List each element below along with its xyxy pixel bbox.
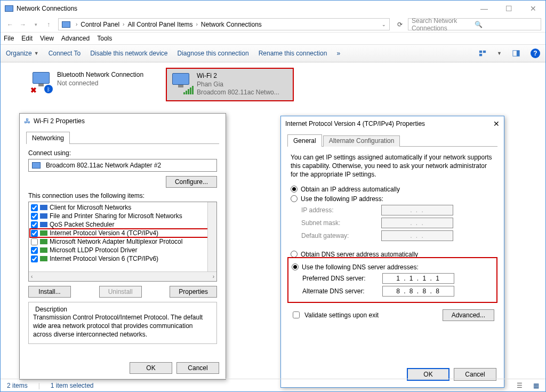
diagnose-button[interactable]: Diagnose this connection [178,50,249,57]
item-checkbox[interactable] [31,255,38,262]
gateway-label: Default gateway: [301,232,381,239]
search-input[interactable]: Search Network Connections 🔍 [408,18,541,30]
tab-alternate-config[interactable]: Alternate Configuration [323,135,400,147]
item-checkbox[interactable] [31,213,38,220]
protocol-item[interactable]: Microsoft Network Adapter Multiplexor Pr… [30,237,215,246]
item-checkbox[interactable] [31,204,38,211]
protocol-icon [40,230,47,236]
disable-device-button[interactable]: Disable this network device [90,50,167,57]
svg-rect-0 [479,51,482,53]
connection-bluetooth[interactable]: ✖ ᛒ Bluetooth Network Connection Not con… [27,68,155,101]
content-area: ✖ ᛒ Bluetooth Network Connection Not con… [1,62,545,379]
breadcrumb-dropdown[interactable]: ⌄ [382,22,386,27]
radio-dns-manual[interactable]: Use the following DNS server addresses: [292,263,493,271]
address-bar: ← → ▾ ↑ › Control Panel › All Control Pa… [1,17,545,33]
search-placeholder: Search Network Connections [412,17,475,32]
details-view-icon[interactable]: ☰ [517,382,523,389]
breadcrumb-item[interactable]: Network Connections [201,21,262,28]
subnet-label: Subnet mask: [301,219,381,227]
radio-label: Use the following IP address: [301,195,383,203]
chevron-down-icon[interactable]: ▼ [497,51,502,56]
protocol-item[interactable]: File and Printer Sharing for Microsoft N… [30,212,215,220]
alternate-dns-input[interactable]: 8 . 8 . 8 . 8 [382,286,454,297]
radio-ip-auto[interactable]: Obtain an IP address automatically [291,186,494,193]
item-label: File and Printer Sharing for Microsoft N… [50,212,182,220]
radio-icon [292,263,299,270]
configure-button[interactable]: Configure... [166,176,217,188]
protocol-items-list[interactable]: Client for Microsoft NetworksFile and Pr… [28,202,217,282]
preview-pane-icon[interactable] [511,49,521,58]
protocol-item[interactable]: Internet Protocol Version 4 (TCP/IPv4) [30,229,215,237]
minimize-button[interactable]: — [472,1,496,17]
item-label: Microsoft Network Adapter Multiplexor Pr… [50,238,182,245]
scrollbar-horizontal[interactable]: ‹› [29,271,216,281]
wifi-properties-dialog: 🖧 Wi-Fi 2 Properties Networking Connect … [19,113,226,380]
protocol-item[interactable]: Client for Microsoft Networks [30,203,215,212]
item-checkbox[interactable] [31,247,38,254]
ok-button[interactable]: OK [130,362,172,374]
status-item-count: 2 items [7,382,28,389]
network-service-icon [40,222,47,227]
protocol-item[interactable]: Microsoft LLDP Protocol Driver [30,246,215,254]
protocol-item[interactable]: QoS Packet Scheduler [30,220,215,229]
tab-general[interactable]: General [287,134,322,147]
item-label: Client for Microsoft Networks [50,204,131,211]
maximize-button[interactable]: ☐ [496,1,521,17]
disconnected-icon: ✖ [30,86,38,93]
uninstall-button[interactable]: Uninstall [99,286,142,298]
breadcrumb-item[interactable]: Control Panel [81,21,119,28]
protocol-icon [40,247,47,253]
tab-networking[interactable]: Networking [26,132,70,144]
menu-edit[interactable]: Edit [21,35,33,42]
menu-advanced[interactable]: Advanced [61,35,90,42]
cancel-button[interactable]: Cancel [176,362,219,374]
description-legend: Description [33,306,69,313]
radio-ip-manual[interactable]: Use the following IP address: [291,195,494,203]
item-checkbox[interactable] [31,221,38,228]
advanced-button[interactable]: Advanced... [443,309,494,321]
validate-checkbox[interactable]: Validate settings upon exit [291,310,379,320]
bluetooth-adapter-icon: ✖ ᛒ [30,71,53,93]
scrollbar-vertical[interactable] [207,202,216,271]
description-text: Transmission Control Protocol/Internet P… [33,313,212,339]
connection-adapter: Broadcom 802.11ac Netwo... [197,89,279,97]
back-button[interactable]: ← [5,19,15,30]
toolbar-overflow[interactable]: » [336,50,340,57]
up-button[interactable]: ↑ [43,19,54,30]
close-icon[interactable]: ✕ [493,119,500,128]
connection-wifi2[interactable]: Wi-Fi 2 Phan Gia Broadcom 802.11ac Netwo… [166,68,294,101]
help-icon[interactable]: ? [531,49,540,58]
recent-dropdown[interactable]: ▾ [30,19,41,30]
radio-icon [291,195,298,202]
close-button[interactable]: ✕ [521,1,545,17]
breadcrumb[interactable]: › Control Panel › All Control Panel Item… [58,18,390,30]
status-selected-count: 1 item selected [51,382,94,389]
connect-to-button[interactable]: Connect To [49,50,81,57]
properties-button[interactable]: Properties [170,286,217,298]
menu-view[interactable]: View [40,35,54,42]
item-checkbox[interactable] [31,238,38,245]
organize-label: Organize [6,50,32,57]
install-button[interactable]: Install... [28,286,71,298]
breadcrumb-item[interactable]: All Control Panel Items [127,21,192,28]
radio-label: Use the following DNS server addresses: [302,263,419,271]
description-group: Description Transmission Control Protoco… [28,302,217,344]
item-label: Internet Protocol Version 6 (TCP/IPv6) [50,255,158,262]
protocol-item[interactable]: Internet Protocol Version 6 (TCP/IPv6) [30,254,215,263]
view-options-icon[interactable] [478,49,487,58]
dialog-title: Internet Protocol Version 4 (TCP/IPv4) P… [285,120,493,127]
checkbox-input[interactable] [293,311,300,318]
intro-text: You can get IP settings assigned automat… [291,153,494,179]
item-checkbox[interactable] [31,230,38,237]
connection-status: Phan Gia [197,81,279,89]
radio-label: Obtain an IP address automatically [301,186,400,193]
organize-menu[interactable]: Organize ▼ [6,50,39,57]
radio-dns-auto[interactable]: Obtain DNS server address automatically [291,251,494,258]
menu-file[interactable]: File [4,35,14,42]
forward-button[interactable]: → [18,19,28,30]
refresh-button[interactable]: ⟳ [394,21,406,28]
rename-button[interactable]: Rename this connection [259,50,327,57]
preferred-dns-input[interactable]: 1 . 1 . 1 . 1 [382,273,454,284]
tiles-view-icon[interactable]: ▦ [533,382,539,389]
menu-tools[interactable]: Tools [97,35,112,42]
